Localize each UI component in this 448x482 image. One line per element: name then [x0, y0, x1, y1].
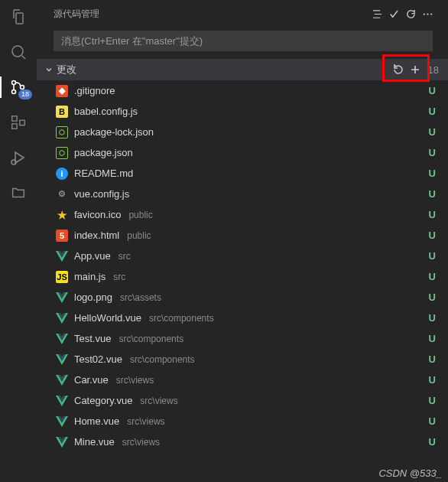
file-row[interactable]: JSmain.jssrcU	[37, 266, 448, 287]
vue-icon	[56, 312, 68, 324]
commit-message-input[interactable]	[54, 31, 433, 51]
more-icon[interactable]	[419, 5, 436, 22]
view-tree-icon[interactable]	[368, 5, 385, 22]
panel-title: 源代码管理	[54, 8, 368, 21]
file-status: U	[429, 85, 436, 96]
file-path: public	[128, 210, 152, 220]
file-row[interactable]: Test.vuesrc\componentsU	[37, 328, 448, 349]
file-row[interactable]: ⚙vue.config.jsU	[37, 184, 448, 204]
file-path: src\components	[149, 313, 214, 324]
babel-icon: B	[56, 106, 68, 118]
file-name: README.md	[74, 168, 133, 179]
run-debug-icon[interactable]	[8, 147, 29, 168]
file-status: U	[429, 291, 436, 303]
vue-icon	[56, 395, 68, 407]
source-control-panel: 源代码管理 更改 18 ◆.gitignoreUBbabel.config.js…	[37, 0, 448, 482]
commit-icon[interactable]	[385, 5, 402, 22]
file-row[interactable]: ◆.gitignoreU	[37, 80, 448, 101]
svg-point-0	[12, 46, 23, 57]
file-status: U	[429, 415, 436, 427]
file-list: ◆.gitignoreUBbabel.config.jsU⬡package-lo…	[37, 80, 448, 482]
discard-all-icon[interactable]	[390, 61, 407, 78]
vue-icon	[56, 291, 68, 304]
file-row[interactable]: Car.vuesrc\viewsU	[37, 370, 448, 390]
file-path: src	[118, 251, 131, 262]
file-status: U	[429, 271, 436, 282]
refresh-icon[interactable]	[402, 5, 419, 22]
svg-point-10	[430, 13, 432, 15]
file-name: Test02.vue	[74, 353, 122, 365]
file-row[interactable]: ⬡package.jsonU	[37, 142, 448, 163]
extensions-icon[interactable]	[8, 112, 29, 133]
file-name: .gitignore	[74, 85, 115, 96]
file-status: U	[429, 353, 436, 365]
file-status: U	[429, 436, 436, 448]
svg-rect-4	[12, 116, 17, 121]
star-icon: ★	[56, 209, 68, 221]
file-row[interactable]: Home.vuesrc\viewsU	[37, 411, 448, 432]
file-name: babel.config.js	[74, 106, 138, 117]
file-row[interactable]: Bbabel.config.jsU	[37, 101, 448, 122]
changes-section-header[interactable]: 更改 18	[37, 59, 448, 80]
file-row[interactable]: Category.vuesrc\viewsU	[37, 390, 448, 411]
file-row[interactable]: 5index.htmlpublicU	[37, 225, 448, 246]
file-status: U	[429, 395, 436, 406]
file-name: Category.vue	[74, 395, 132, 406]
file-status: U	[429, 147, 436, 158]
file-name: Test.vue	[74, 333, 111, 344]
panel-header: 源代码管理	[37, 0, 448, 28]
file-path: src\assets	[120, 292, 161, 303]
gear-icon: ⚙	[56, 188, 68, 200]
file-row[interactable]: HelloWorld.vuesrc\componentsU	[37, 308, 448, 328]
stage-all-icon[interactable]	[407, 61, 424, 78]
file-path: src\views	[140, 396, 177, 406]
changes-label: 更改	[57, 63, 390, 77]
svg-rect-5	[12, 124, 17, 129]
file-status: U	[429, 188, 436, 200]
chevron-down-icon	[43, 65, 55, 74]
vue-icon	[56, 250, 68, 262]
file-row[interactable]: Test02.vuesrc\componentsU	[37, 349, 448, 370]
file-path: src\views	[127, 416, 164, 427]
file-row[interactable]: logo.pngsrc\assetsU	[37, 287, 448, 308]
file-row[interactable]: iREADME.mdU	[37, 163, 448, 184]
file-status: U	[429, 126, 436, 138]
vue-icon	[56, 415, 68, 428]
file-path: public	[127, 230, 151, 241]
svg-point-2	[12, 90, 16, 94]
svg-rect-6	[20, 120, 24, 125]
file-status: U	[429, 209, 436, 220]
file-name: Car.vue	[74, 374, 109, 386]
file-row[interactable]: ★favicon.icopublicU	[37, 204, 448, 225]
source-control-icon[interactable]: 18	[8, 77, 29, 98]
file-row[interactable]: ⬡package-lock.jsonU	[37, 122, 448, 142]
file-row[interactable]: Mine.vuesrc\viewsU	[37, 432, 448, 452]
file-status: U	[429, 374, 436, 386]
file-name: index.html	[74, 230, 119, 241]
info-icon: i	[56, 168, 68, 180]
explorer-icon[interactable]	[8, 6, 29, 28]
file-name: Mine.vue	[74, 436, 115, 448]
js-icon: JS	[56, 271, 68, 283]
file-name: Home.vue	[74, 415, 119, 427]
file-name: HelloWorld.vue	[74, 312, 141, 324]
svg-point-8	[423, 13, 424, 15]
vue-icon	[56, 353, 68, 366]
folder-icon[interactable]	[8, 182, 29, 204]
badge-count: 18	[18, 90, 32, 99]
file-status: U	[429, 333, 436, 344]
file-name: main.js	[74, 271, 106, 282]
file-path: src	[113, 272, 125, 282]
file-path: src\views	[116, 375, 154, 386]
search-icon[interactable]	[8, 41, 29, 63]
file-name: package.json	[74, 147, 133, 158]
file-name: App.vue	[74, 250, 111, 262]
file-path: src\components	[130, 354, 195, 365]
svg-point-1	[12, 81, 16, 85]
changes-count: 18	[428, 64, 439, 76]
file-row[interactable]: App.vuesrcU	[37, 246, 448, 266]
file-status: U	[429, 230, 436, 241]
file-name: package-lock.json	[74, 126, 154, 138]
file-name: logo.png	[74, 291, 112, 303]
vue-icon	[56, 436, 68, 448]
